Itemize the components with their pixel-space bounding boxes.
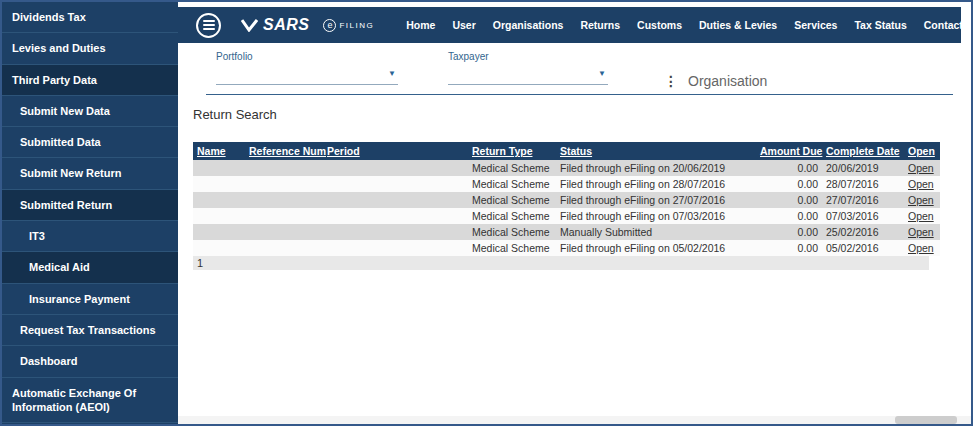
reference-num-cell <box>245 192 323 208</box>
organisation-label: Organisation <box>688 73 767 89</box>
col-header-open[interactable]: Open <box>904 142 940 160</box>
col-header-return-type[interactable]: Return Type <box>468 142 556 160</box>
return-type-cell: Medical Scheme <box>468 192 556 208</box>
status-cell: Filed through eFiling on 05/02/2016 <box>556 240 756 256</box>
col-header-reference-num[interactable]: Reference Num <box>245 142 323 160</box>
scrollbar-thumb[interactable] <box>895 416 957 424</box>
horizontal-scrollbar <box>178 416 971 424</box>
period-cell <box>323 208 468 224</box>
nav-item-returns[interactable]: Returns <box>580 19 620 31</box>
status-cell: Filed through eFiling on 28/07/2016 <box>556 176 756 192</box>
brand: SARS e FILING <box>241 16 374 34</box>
table-row: Medical Scheme Filed through eFiling on … <box>193 240 940 256</box>
sars-tick-icon <box>241 19 258 32</box>
return-type-cell: Medical Scheme <box>468 208 556 224</box>
portfolio-taxpayer-bar: Portfolio ▼ Taxpayer ▼ ⋮ Organisation <box>206 43 953 95</box>
reference-num-cell <box>245 208 323 224</box>
status-cell: Filed through eFiling on 20/06/2019 <box>556 160 756 176</box>
nav-item-services[interactable]: Services <box>794 19 837 31</box>
reference-num-cell <box>245 240 323 256</box>
open-link[interactable]: Open <box>908 194 934 206</box>
portfolio-select[interactable]: ▼ <box>216 66 398 85</box>
col-header-status[interactable]: Status <box>556 142 756 160</box>
col-header-amount-due[interactable]: Amount Due <box>756 142 822 160</box>
top-navigation: SARS e FILING Home User Organisations Re… <box>178 7 961 43</box>
col-header-complete-date[interactable]: Complete Date <box>822 142 904 160</box>
sidebar-item-dividends-tax[interactable]: Dividends Tax <box>2 2 178 33</box>
content-area: Return Search Name Reference Num Period … <box>178 95 961 424</box>
amount-due-cell: 0.00 <box>756 192 822 208</box>
chevron-down-icon: ▼ <box>388 69 396 78</box>
period-cell <box>323 176 468 192</box>
amount-due-cell: 0.00 <box>756 240 822 256</box>
sars-logo-text: SARS <box>263 16 309 34</box>
name-cell <box>193 176 245 192</box>
amount-due-cell: 0.00 <box>756 160 822 176</box>
col-header-name[interactable]: Name <box>193 142 245 160</box>
sidebar-item-insurance-payment[interactable]: Insurance Payment <box>2 284 178 315</box>
name-cell <box>193 192 245 208</box>
reference-num-cell <box>245 224 323 240</box>
sidebar-item-submit-new-return[interactable]: Submit New Return <box>2 158 178 189</box>
open-link[interactable]: Open <box>908 178 934 190</box>
nav-item-organisations[interactable]: Organisations <box>493 19 564 31</box>
pagination-page-1[interactable]: 1 <box>193 256 929 270</box>
name-cell <box>193 224 245 240</box>
table-row: Medical Scheme Filed through eFiling on … <box>193 176 940 192</box>
nav-item-tax-status[interactable]: Tax Status <box>854 19 906 31</box>
open-link[interactable]: Open <box>908 226 934 238</box>
reference-num-cell <box>245 160 323 176</box>
table-row: Medical Scheme Manually Submitted 0.00 2… <box>193 224 940 240</box>
return-search-table: Name Reference Num Period Return Type St… <box>193 142 940 256</box>
nav-menu: Home User Organisations Returns Customs … <box>406 19 963 31</box>
sidebar-item-submitted-return[interactable]: Submitted Return <box>2 190 178 221</box>
taxpayer-filter: Taxpayer ▼ <box>448 51 608 85</box>
efiling-logo: e FILING <box>323 19 374 32</box>
complete-date-cell: 05/02/2016 <box>822 240 904 256</box>
nav-item-customs[interactable]: Customs <box>637 19 682 31</box>
status-cell: Filed through eFiling on 07/03/2016 <box>556 208 756 224</box>
sidebar-item-submitted-data[interactable]: Submitted Data <box>2 127 178 158</box>
name-cell <box>193 240 245 256</box>
taxpayer-select[interactable]: ▼ <box>448 66 608 85</box>
table-row: Medical Scheme Filed through eFiling on … <box>193 192 940 208</box>
more-options-icon[interactable]: ⋮ <box>664 74 678 88</box>
period-cell <box>323 224 468 240</box>
complete-date-cell: 07/03/2016 <box>822 208 904 224</box>
sidebar: Dividends Tax Levies and Duties Third Pa… <box>2 2 178 424</box>
nav-item-home[interactable]: Home <box>406 19 435 31</box>
logout-button[interactable]: Log Out <box>963 7 973 43</box>
nav-item-user[interactable]: User <box>452 19 475 31</box>
name-cell <box>193 208 245 224</box>
sidebar-item-submit-new-data[interactable]: Submit New Data <box>2 96 178 127</box>
chevron-down-icon: ▼ <box>598 69 606 78</box>
status-cell: Manually Submitted <box>556 224 756 240</box>
sidebar-item-levies-and-duties[interactable]: Levies and Duties <box>2 33 178 64</box>
complete-date-cell: 28/07/2016 <box>822 176 904 192</box>
complete-date-cell: 27/07/2016 <box>822 192 904 208</box>
amount-due-cell: 0.00 <box>756 208 822 224</box>
sidebar-item-request-tax-transactions[interactable]: Request Tax Transactions <box>2 315 178 346</box>
complete-date-cell: 25/02/2016 <box>822 224 904 240</box>
col-header-period[interactable]: Period <box>323 142 468 160</box>
sidebar-item-aeoi[interactable]: Automatic Exchange Of Information (AEOI) <box>2 378 178 424</box>
sidebar-item-it3[interactable]: IT3 <box>2 221 178 252</box>
nav-item-duties-levies[interactable]: Duties & Levies <box>699 19 777 31</box>
taxpayer-label: Taxpayer <box>448 51 608 62</box>
amount-due-cell: 0.00 <box>756 176 822 192</box>
efiling-e-icon: e <box>323 19 336 32</box>
open-link[interactable]: Open <box>908 210 934 222</box>
main-area: SARS e FILING Home User Organisations Re… <box>178 2 971 424</box>
efiling-logo-text: FILING <box>339 21 374 30</box>
efiling-app-window: Dividends Tax Levies and Duties Third Pa… <box>0 0 973 426</box>
sidebar-item-dashboard[interactable]: Dashboard <box>2 346 178 377</box>
table-header-row: Name Reference Num Period Return Type St… <box>193 142 940 160</box>
sidebar-item-third-party-data[interactable]: Third Party Data <box>2 65 178 96</box>
nav-item-contact[interactable]: Contact <box>924 19 963 31</box>
status-cell: Filed through eFiling on 27/07/2016 <box>556 192 756 208</box>
sidebar-item-medical-aid[interactable]: Medical Aid <box>2 252 178 283</box>
menu-icon[interactable] <box>196 13 221 38</box>
open-link[interactable]: Open <box>908 242 934 254</box>
open-link[interactable]: Open <box>908 162 934 174</box>
reference-num-cell <box>245 176 323 192</box>
